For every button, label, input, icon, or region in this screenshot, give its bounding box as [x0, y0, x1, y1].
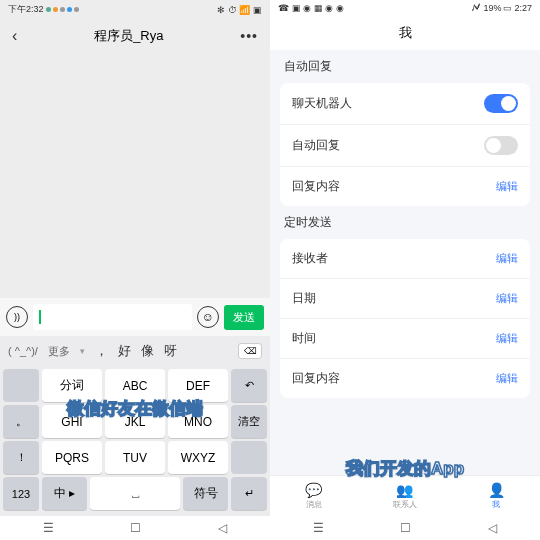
key-enter[interactable]: ↵	[231, 477, 267, 510]
suggest-word[interactable]: 呀	[164, 342, 177, 360]
status-time: 2:27	[514, 3, 532, 13]
scheduled-card: 接收者编辑 日期编辑 时间编辑 回复内容编辑	[280, 239, 530, 398]
edit-link[interactable]: 编辑	[496, 179, 518, 194]
home-icon[interactable]: ☐	[130, 521, 141, 535]
row-date[interactable]: 日期编辑	[280, 279, 530, 319]
status-bar: 下午2:32 ✻ ⏱ 📶 ▣	[0, 0, 270, 19]
contacts-icon: 👥	[396, 482, 413, 498]
row-time[interactable]: 时间编辑	[280, 319, 530, 359]
tab-contacts[interactable]: 👥联系人	[393, 482, 417, 510]
keyboard: 分词 ABC DEF ↶ 。 GHI JKL MNO 清空 ！ PQRS TUV…	[0, 366, 270, 516]
edit-link[interactable]: 编辑	[496, 291, 518, 306]
system-nav: ☰ ☐ ◁	[0, 516, 270, 540]
caption-overlay: 我们开发的App	[346, 457, 464, 480]
key-period[interactable]: 。	[3, 405, 39, 438]
more-button[interactable]: •••	[240, 28, 258, 44]
system-nav: ☰ ☐ ◁	[270, 516, 540, 540]
toggle-autoreply[interactable]	[484, 136, 518, 155]
emoji-icon[interactable]: ☺	[197, 306, 219, 328]
backspace-icon[interactable]: ⌫	[238, 343, 262, 359]
send-button[interactable]: 发送	[224, 305, 264, 330]
key-tuv[interactable]: TUV	[105, 441, 165, 474]
toggle-chatbot[interactable]	[484, 94, 518, 113]
chevron-down-icon[interactable]: ▾	[80, 346, 85, 356]
battery-icon: 🗲	[472, 3, 481, 13]
edit-link[interactable]: 编辑	[496, 251, 518, 266]
key-pqrs[interactable]: PQRS	[42, 441, 102, 474]
chat-navbar: ‹ 程序员_Rya •••	[0, 19, 270, 53]
voice-icon[interactable]: ))	[6, 306, 28, 328]
tab-messages[interactable]: 💬消息	[305, 482, 322, 510]
suggest-word[interactable]: ，	[95, 342, 108, 360]
key-wxyz[interactable]: WXYZ	[168, 441, 228, 474]
key-space[interactable]: ⎵	[90, 477, 180, 510]
key-empty	[231, 441, 267, 474]
key-exclaim[interactable]: ！	[3, 441, 39, 474]
auto-reply-card: 聊天机器人 自动回复 回复内容编辑	[280, 83, 530, 206]
page-title: 我	[270, 16, 540, 50]
key-lang[interactable]: 中 ▸	[42, 477, 87, 510]
edit-link[interactable]: 编辑	[496, 371, 518, 386]
key-123[interactable]: 123	[3, 477, 39, 510]
chat-area[interactable]	[0, 53, 270, 298]
edit-link[interactable]: 编辑	[496, 331, 518, 346]
back-button[interactable]: ‹	[12, 27, 17, 45]
suggest-word[interactable]: 好	[118, 342, 131, 360]
row-content[interactable]: 回复内容编辑	[280, 359, 530, 398]
back-icon[interactable]: ◁	[488, 521, 497, 535]
row-autoreply: 自动回复	[280, 125, 530, 167]
status-icons: ✻ ⏱ 📶 ▣	[217, 5, 262, 15]
recents-icon[interactable]: ☰	[313, 521, 324, 535]
key-symbol[interactable]: 符号	[183, 477, 228, 510]
status-time: 下午2:32	[8, 3, 44, 16]
home-icon[interactable]: ☐	[400, 521, 411, 535]
suggest-bar: ( ^_^)/ 更多 ▾ ， 好 像 呀 ⌫	[0, 336, 270, 366]
key-empty	[3, 369, 39, 402]
row-chatbot: 聊天机器人	[280, 83, 530, 125]
battery-pct: 19%	[483, 3, 501, 13]
chat-icon: 💬	[305, 482, 322, 498]
recents-icon[interactable]: ☰	[43, 521, 54, 535]
tab-bar: 💬消息 👥联系人 👤我	[270, 475, 540, 516]
back-icon[interactable]: ◁	[218, 521, 227, 535]
row-reply-content[interactable]: 回复内容编辑	[280, 167, 530, 206]
status-dots	[46, 7, 79, 12]
status-bar: ☎ ▣ ◉ ▦ ◉ ◉ 🗲19%▭ 2:27	[270, 0, 540, 16]
key-clear[interactable]: 清空	[231, 405, 267, 438]
tab-me[interactable]: 👤我	[488, 482, 505, 510]
person-icon: 👤	[488, 482, 505, 498]
caption-overlay: 微信好友在微信端	[67, 397, 203, 420]
text-input[interactable]	[33, 304, 192, 330]
row-recipient[interactable]: 接收者编辑	[280, 239, 530, 279]
input-bar: )) ☺ 发送	[0, 298, 270, 336]
chat-title: 程序员_Rya	[94, 27, 163, 45]
status-icons: ☎ ▣ ◉ ▦ ◉ ◉	[278, 3, 344, 13]
section-header: 自动回复	[270, 50, 540, 83]
suggest-word[interactable]: 像	[141, 342, 154, 360]
more-presets[interactable]: 更多	[48, 344, 70, 359]
section-header: 定时发送	[270, 206, 540, 239]
key-undo[interactable]: ↶	[231, 369, 267, 402]
preset-emoji[interactable]: ( ^_^)/	[8, 345, 38, 357]
